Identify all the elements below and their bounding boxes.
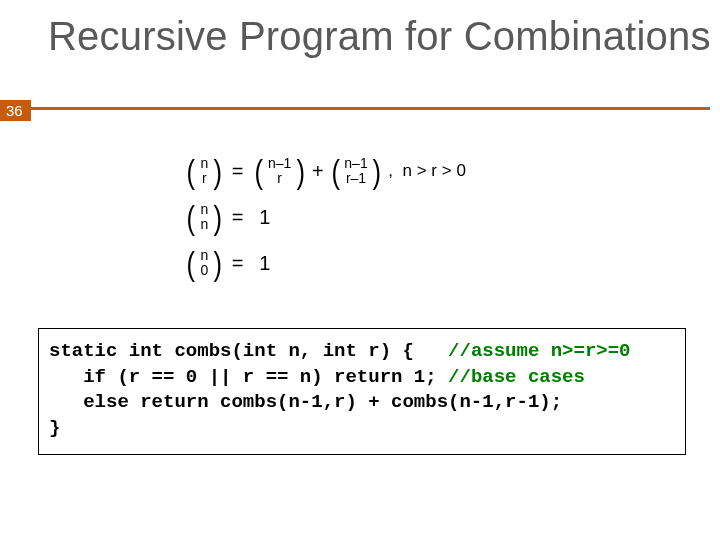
code-comment: //base cases <box>448 366 585 388</box>
right-paren-icon: ) <box>214 202 222 233</box>
binom-n-r: ( n r ) <box>185 150 224 192</box>
left-paren-icon: ( <box>255 156 263 187</box>
rhs-value: 1 <box>253 252 276 275</box>
binom-stack: n 0 <box>196 248 212 277</box>
binom-nm1-r: ( n–1 r ) <box>253 150 306 192</box>
binom-bot: r <box>202 171 207 186</box>
right-paren-icon: ) <box>372 156 380 187</box>
equals-sign: = <box>224 252 254 275</box>
equation-line-1: ( n r ) = ( n–1 r ) + ( n–1 r–1 ) , n > … <box>185 148 720 194</box>
binom-n-0: ( n 0 ) <box>185 242 224 284</box>
binom-top: n <box>200 248 208 263</box>
page-number-badge: 36 <box>0 100 31 121</box>
right-paren-icon: ) <box>296 156 304 187</box>
binom-top: n <box>200 156 208 171</box>
binom-bot: r <box>277 171 282 186</box>
binom-stack: n r <box>196 156 212 185</box>
plus-sign: + <box>306 160 330 183</box>
equals-sign: = <box>224 206 254 229</box>
title-underline <box>30 107 710 110</box>
equations-block: ( n r ) = ( n–1 r ) + ( n–1 r–1 ) , n > … <box>0 148 720 286</box>
left-paren-icon: ( <box>186 156 194 187</box>
binom-top: n–1 <box>268 156 291 171</box>
left-paren-icon: ( <box>186 248 194 279</box>
code-line-1: static int combs(int n, int r) { //assum… <box>49 340 631 362</box>
binom-nm1-rm1: ( n–1 r–1 ) <box>330 150 383 192</box>
rhs-value: 1 <box>253 206 276 229</box>
code-line-2: if (r == 0 || r == n) return 1; //base c… <box>49 366 585 388</box>
right-paren-icon: ) <box>214 156 222 187</box>
code-comment: //assume n>=r>=0 <box>448 340 630 362</box>
binom-stack: n–1 r–1 <box>341 156 371 185</box>
left-paren-icon: ( <box>186 202 194 233</box>
binom-top: n–1 <box>344 156 367 171</box>
slide-title: Recursive Program for Combinations <box>0 0 720 59</box>
page-number: 36 <box>6 102 23 119</box>
equation-condition: , n > r > 0 <box>382 161 466 181</box>
equals-sign: = <box>224 160 254 183</box>
binom-bot: 0 <box>200 263 208 278</box>
binom-top: n <box>200 202 208 217</box>
code-block: static int combs(int n, int r) { //assum… <box>38 328 686 455</box>
code-line-4: } <box>49 417 60 439</box>
code-text: if (r == 0 || r == n) return 1; <box>49 366 448 388</box>
binom-bot: n <box>200 217 208 232</box>
slide-header: 36 Recursive Program for Combinations <box>0 0 720 59</box>
left-paren-icon: ( <box>331 156 339 187</box>
binom-bot: r–1 <box>346 171 366 186</box>
equation-line-2: ( n n ) = 1 <box>185 194 720 240</box>
code-text: static int combs(int n, int r) { <box>49 340 448 362</box>
binom-stack: n n <box>196 202 212 231</box>
binom-n-n: ( n n ) <box>185 196 224 238</box>
code-line-3: else return combs(n-1,r) + combs(n-1,r-1… <box>49 391 562 413</box>
right-paren-icon: ) <box>214 248 222 279</box>
equation-line-3: ( n 0 ) = 1 <box>185 240 720 286</box>
binom-stack: n–1 r <box>265 156 295 185</box>
